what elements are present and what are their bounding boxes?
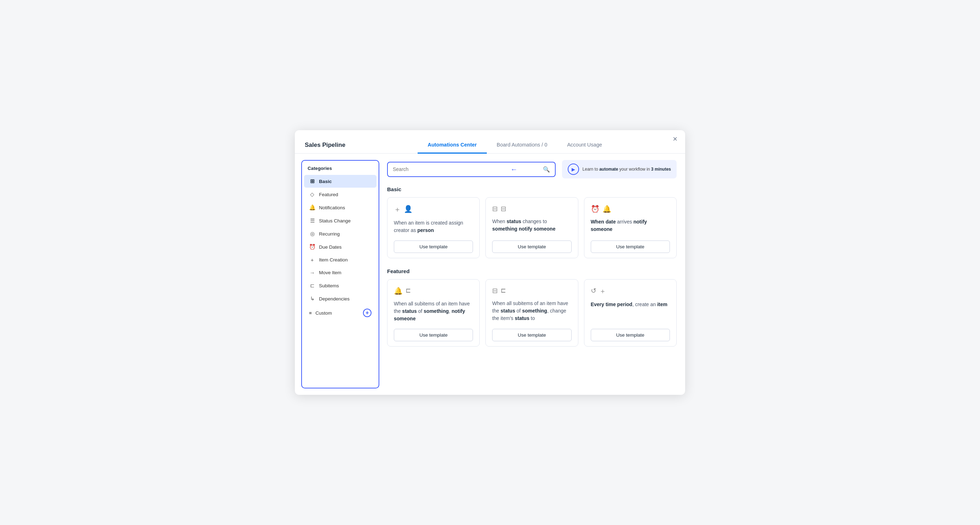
- sidebar-item-item-creation[interactable]: + Item Creation: [304, 254, 377, 266]
- card-date-notify-desc: When date arrives notify someone: [591, 218, 670, 234]
- dependencies-icon: ↳: [309, 296, 315, 302]
- add-custom-button[interactable]: +: [363, 309, 371, 317]
- card-date-notify[interactable]: ⏰ 🔔 When date arrives notify someone Use…: [584, 197, 677, 258]
- card-subitems-notify-desc: When all subitems of an item have the st…: [394, 300, 473, 323]
- table-icon-1: ⊟: [492, 205, 498, 213]
- search-arrow-icon: ←: [510, 165, 539, 173]
- use-template-button-5[interactable]: Use template: [492, 329, 571, 341]
- search-icon-button[interactable]: 🔍: [543, 166, 550, 173]
- card-status-change-desc: When status changes to something notify …: [492, 218, 571, 234]
- sidebar-label-item-creation: Item Creation: [319, 257, 348, 262]
- sidebar: Categories ⊞ Basic ◇ Featured 🔔 Notifica…: [301, 160, 379, 388]
- sidebar-label-featured: Featured: [319, 192, 338, 197]
- sidebar-item-custom[interactable]: ≡ Custom: [309, 310, 332, 316]
- sidebar-label-basic: Basic: [319, 179, 332, 184]
- sidebar-label-notifications: Notifications: [319, 205, 345, 210]
- move-item-icon: →: [309, 270, 315, 275]
- plus-icon-2: ＋: [599, 286, 606, 296]
- sidebar-label-subitems: Subitems: [319, 283, 339, 288]
- card-subitems-status-desc: When all subitems of an item have the st…: [492, 300, 571, 323]
- bell-icon-2: 🔔: [394, 286, 403, 295]
- card-status-change[interactable]: ⊟ ⊟ When status changes to something not…: [485, 197, 578, 258]
- sidebar-item-subitems[interactable]: ⊏ Subitems: [304, 279, 377, 292]
- video-widget[interactable]: ▶ Learn to automate your workflow in 3 m…: [562, 160, 677, 178]
- card-time-period-icons: ↺ ＋: [591, 286, 670, 296]
- card-subitems-status[interactable]: ⊟ ⊏ When all subitems of an item have th…: [485, 279, 578, 347]
- section-title-basic: Basic: [387, 186, 677, 192]
- sidebar-item-dependencies[interactable]: ↳ Dependencies: [304, 292, 377, 305]
- recurring-icon: ◎: [309, 231, 315, 237]
- status-change-icon: ☰: [309, 218, 315, 224]
- card-subitems-notify-icons: 🔔 ⊏: [394, 286, 473, 295]
- use-template-button-3[interactable]: Use template: [591, 240, 670, 253]
- tab-board-automations[interactable]: Board Automations / 0: [487, 137, 557, 154]
- table-icon-3: ⊟: [492, 286, 498, 295]
- sidebar-item-notifications[interactable]: 🔔 Notifications: [304, 201, 377, 214]
- sidebar-label-recurring: Recurring: [319, 231, 340, 237]
- featured-cards-grid: 🔔 ⊏ When all subitems of an item have th…: [387, 279, 677, 347]
- tab-automations-center[interactable]: Automations Center: [418, 137, 487, 154]
- sidebar-label-dependencies: Dependencies: [319, 296, 350, 302]
- clock-icon: ⏰: [591, 205, 600, 213]
- card-subitems-notify[interactable]: 🔔 ⊏ When all subitems of an item have th…: [387, 279, 480, 347]
- subitems-icon-2: ⊏: [406, 286, 411, 295]
- use-template-button-6[interactable]: Use template: [591, 329, 670, 341]
- basic-icon: ⊞: [309, 178, 315, 185]
- tab-account-usage[interactable]: Account Usage: [557, 137, 612, 154]
- custom-icon: ≡: [309, 310, 312, 316]
- search-box: ← 🔍: [387, 162, 556, 177]
- card-time-period-desc: Every time period, create an item: [591, 301, 670, 323]
- featured-icon: ◇: [309, 191, 315, 197]
- plus-icon: ＋: [394, 205, 401, 214]
- main-content: ← 🔍 ▶ Learn to automate your workflow in…: [379, 154, 685, 395]
- automations-modal: Sales Pipeline Automations Center Board …: [295, 130, 685, 395]
- sidebar-item-custom-row: ≡ Custom +: [304, 305, 377, 320]
- bell-icon: 🔔: [603, 205, 611, 213]
- sidebar-item-status-change[interactable]: ☰ Status Change: [304, 214, 377, 227]
- card-subitems-status-icons: ⊟ ⊏: [492, 286, 571, 295]
- video-text: Learn to automate your workflow in 3 min…: [582, 166, 671, 172]
- use-template-button-2[interactable]: Use template: [492, 240, 571, 253]
- person-icon: 👤: [404, 205, 413, 214]
- card-date-notify-icons: ⏰ 🔔: [591, 205, 670, 213]
- sidebar-label-move-item: Move Item: [319, 270, 341, 275]
- close-button[interactable]: ×: [673, 135, 677, 143]
- subitems-icon: ⊏: [309, 282, 315, 289]
- subitems-icon-3: ⊏: [501, 286, 506, 295]
- use-template-button-4[interactable]: Use template: [394, 329, 473, 341]
- top-row: ← 🔍 ▶ Learn to automate your workflow in…: [387, 160, 677, 178]
- sidebar-item-featured[interactable]: ◇ Featured: [304, 188, 377, 201]
- card-status-change-icons: ⊟ ⊟: [492, 205, 571, 213]
- sidebar-item-recurring[interactable]: ◎ Recurring: [304, 228, 377, 240]
- modal-body: Categories ⊞ Basic ◇ Featured 🔔 Notifica…: [295, 154, 685, 395]
- sidebar-label-due-dates: Due Dates: [319, 244, 342, 250]
- card-assign-creator-icons: ＋ 👤: [394, 205, 473, 214]
- card-assign-creator-desc: When an item is created assign creator a…: [394, 219, 473, 234]
- table-icon-2: ⊟: [501, 205, 506, 213]
- search-input[interactable]: [393, 166, 507, 172]
- item-creation-icon: +: [309, 257, 315, 263]
- modal-header: Sales Pipeline Automations Center Board …: [295, 130, 685, 154]
- play-button-icon: ▶: [568, 164, 579, 175]
- sidebar-title: Categories: [302, 165, 379, 175]
- sidebar-item-due-dates[interactable]: ⏰ Due Dates: [304, 240, 377, 253]
- use-template-button-1[interactable]: Use template: [394, 240, 473, 253]
- card-assign-creator[interactable]: ＋ 👤 When an item is created assign creat…: [387, 197, 480, 258]
- card-time-period-create[interactable]: ↺ ＋ Every time period, create an item Us…: [584, 279, 677, 347]
- header-tabs: Automations Center Board Automations / 0…: [355, 137, 675, 153]
- sidebar-item-move-item[interactable]: → Move Item: [304, 266, 377, 279]
- sidebar-label-custom: Custom: [315, 310, 332, 316]
- modal-title: Sales Pipeline: [305, 142, 355, 149]
- sidebar-label-status-change: Status Change: [319, 218, 350, 223]
- due-dates-icon: ⏰: [309, 244, 315, 250]
- refresh-icon: ↺: [591, 286, 597, 296]
- notifications-icon: 🔔: [309, 204, 315, 211]
- basic-cards-grid: ＋ 👤 When an item is created assign creat…: [387, 197, 677, 258]
- sidebar-item-basic[interactable]: ⊞ Basic: [304, 175, 377, 188]
- section-title-featured: Featured: [387, 268, 677, 274]
